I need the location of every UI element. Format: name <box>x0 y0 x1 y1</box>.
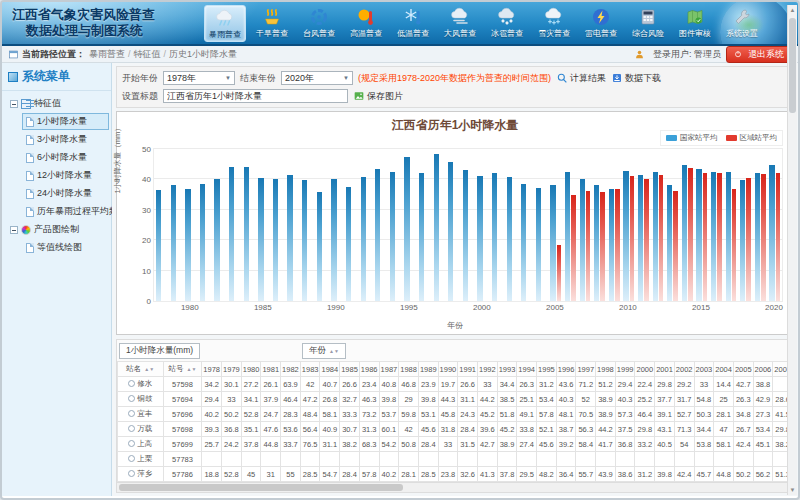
table-row[interactable]: 上栗57783 <box>118 452 793 467</box>
legend-item[interactable]: 区域站平均 <box>726 133 778 143</box>
collapse-icon[interactable] <box>10 226 18 234</box>
scroll-down-icon[interactable]: ▼ <box>788 485 797 495</box>
tree-group-feature-values[interactable]: 特征值 <box>4 95 109 112</box>
radio-icon[interactable] <box>128 380 135 387</box>
nav-item-lightning[interactable]: 雷电普查 <box>580 5 622 42</box>
vertical-scrollbar-thumb[interactable] <box>789 18 796 113</box>
download-button[interactable]: 数据下载 <box>611 72 661 85</box>
table-row[interactable]: 铜鼓5769429.43334.137.946.447.226.832.746.… <box>118 392 793 407</box>
col-header-year: 1986 <box>359 362 379 377</box>
document-icon <box>26 189 34 199</box>
value-cell: 39.3 <box>202 422 222 437</box>
tree-item[interactable]: 6小时降水量 <box>22 149 109 166</box>
radio-icon[interactable] <box>128 395 135 402</box>
nav-item-rainstorm[interactable]: 暴雨普查 <box>204 5 246 42</box>
tree-item[interactable]: 历年暴雨过程平均频次 <box>22 203 109 220</box>
radio-icon[interactable] <box>128 470 135 477</box>
value-cell <box>497 452 517 467</box>
col-header-year: 1984 <box>320 362 340 377</box>
red-bar <box>776 173 781 301</box>
breadcrumb-item[interactable]: 历史1小时降水量 <box>169 49 237 59</box>
radio-icon[interactable] <box>128 440 135 447</box>
station-id-cell: 57598 <box>163 377 202 392</box>
value-cell: 60.1 <box>379 422 399 437</box>
cold-thermo-icon <box>403 7 423 27</box>
tree-item[interactable]: 12小时降水量 <box>22 167 109 184</box>
radio-icon[interactable] <box>128 425 135 432</box>
tree-item[interactable]: 1小时降水量 <box>22 113 109 130</box>
value-cell: 43.1 <box>655 422 675 437</box>
value-cell: 55 <box>281 467 301 482</box>
col-header-station-id[interactable]: 站号 <box>163 362 202 377</box>
table-row[interactable]: 万载5769839.336.835.147.653.656.440.930.73… <box>118 422 793 437</box>
table-row[interactable]: 宜丰5769640.250.252.824.728.348.458.133.37… <box>118 407 793 422</box>
collapse-icon[interactable] <box>10 100 18 108</box>
menu-icon <box>8 72 18 82</box>
save-image-button[interactable]: 保存图片 <box>353 90 403 103</box>
horizontal-scrollbar[interactable] <box>117 482 793 492</box>
nav-item-system-settings[interactable]: 系统设置 <box>721 5 763 42</box>
tree-item[interactable]: 等值线绘图 <box>22 239 109 256</box>
value-cell: 28.4 <box>340 467 360 482</box>
col-header-station[interactable]: 站名 <box>118 362 164 377</box>
nav-item-hail[interactable]: 冰雹普查 <box>486 5 528 42</box>
year-sort-control[interactable]: 年份 <box>302 343 346 359</box>
col-header-year: 1991 <box>458 362 478 377</box>
location-icon <box>8 49 19 60</box>
nav-item-comprehensive-risk[interactable]: 综合风险 <box>627 5 669 42</box>
value-cell: 31.1 <box>320 437 340 452</box>
table-row[interactable]: 修水5759834.230.127.226.163.94240.726.623.… <box>118 377 793 392</box>
calculate-label: 计算结果 <box>570 72 606 85</box>
vertical-scrollbar[interactable]: ▲ ▼ <box>787 5 797 495</box>
app-title-line1: 江西省气象灾害风险普查 <box>12 7 155 23</box>
horizontal-scrollbar-thumb[interactable] <box>119 484 403 491</box>
value-cell: 45.6 <box>537 437 557 452</box>
nav-item-snow[interactable]: 雪灾普查 <box>533 5 575 42</box>
tree-group-product-drawing[interactable]: 产品图绘制 <box>4 221 109 238</box>
value-cell: 23.9 <box>418 377 438 392</box>
value-cell <box>320 452 340 467</box>
station-name-cell: 上栗 <box>118 452 164 467</box>
value-cell: 28.3 <box>281 407 301 422</box>
breadcrumb-item[interactable]: 特征值 <box>134 49 161 59</box>
table-row[interactable]: 上高5769925.724.237.844.833.776.531.138.26… <box>118 437 793 452</box>
nav-item-map-review[interactable]: 图件审核 <box>674 5 716 42</box>
toolbar-row-1: 开始年份 1978年▼ 结束年份 2020年▼ (规定采用1978-2020年数… <box>122 69 788 87</box>
col-header-year: 1993 <box>497 362 517 377</box>
nav-item-low-temp[interactable]: 低温普查 <box>392 5 434 42</box>
start-year-select[interactable]: 1978年▼ <box>163 71 235 85</box>
value-cell: 39.2 <box>556 437 576 452</box>
breadcrumb-item[interactable]: 暴雨普查 <box>89 49 125 59</box>
plot-area: 0102030405019801985199019952000200520102… <box>153 148 783 302</box>
table-row[interactable]: 萍乡5778618.852.845315528.554.728.457.840.… <box>118 467 793 482</box>
radio-icon[interactable] <box>128 410 135 417</box>
value-cell <box>300 452 320 467</box>
station-data-table: 站名站号197819791980198119821983198419851986… <box>117 361 793 483</box>
y-tick-label: 50 <box>142 145 151 154</box>
radio-icon[interactable] <box>128 455 135 462</box>
col-header-year: 1992 <box>477 362 497 377</box>
logout-button[interactable]: 退出系统 <box>726 46 792 63</box>
blue-bar <box>653 172 658 302</box>
scroll-up-icon[interactable]: ▲ <box>788 5 797 15</box>
col-header-year: 1980 <box>241 362 261 377</box>
value-cell <box>281 452 301 467</box>
nav-item-drought[interactable]: 干旱普查 <box>251 5 293 42</box>
end-year-select[interactable]: 2020年▼ <box>281 71 353 85</box>
calculate-button[interactable]: 计算结果 <box>556 72 606 85</box>
nav-item-gale[interactable]: 大风普查 <box>439 5 481 42</box>
chart-title-input[interactable] <box>163 89 348 103</box>
search-icon <box>556 72 568 84</box>
value-cell: 49.1 <box>517 407 537 422</box>
station-id-cell: 57783 <box>163 452 202 467</box>
legend-item[interactable]: 国家站平均 <box>666 133 718 143</box>
value-cell: 39.6 <box>477 422 497 437</box>
tree-item[interactable]: 3小时降水量 <box>22 131 109 148</box>
nav-item-typhoon[interactable]: 台风普查 <box>298 5 340 42</box>
red-bar <box>557 245 562 301</box>
value-cell: 37.8 <box>241 437 261 452</box>
tree-item[interactable]: 24小时降水量 <box>22 185 109 202</box>
value-cell: 58.4 <box>576 437 596 452</box>
table-scroll-area[interactable]: 站名站号197819791980198119821983198419851986… <box>117 361 793 483</box>
nav-item-high-temp[interactable]: 高温普查 <box>345 5 387 42</box>
